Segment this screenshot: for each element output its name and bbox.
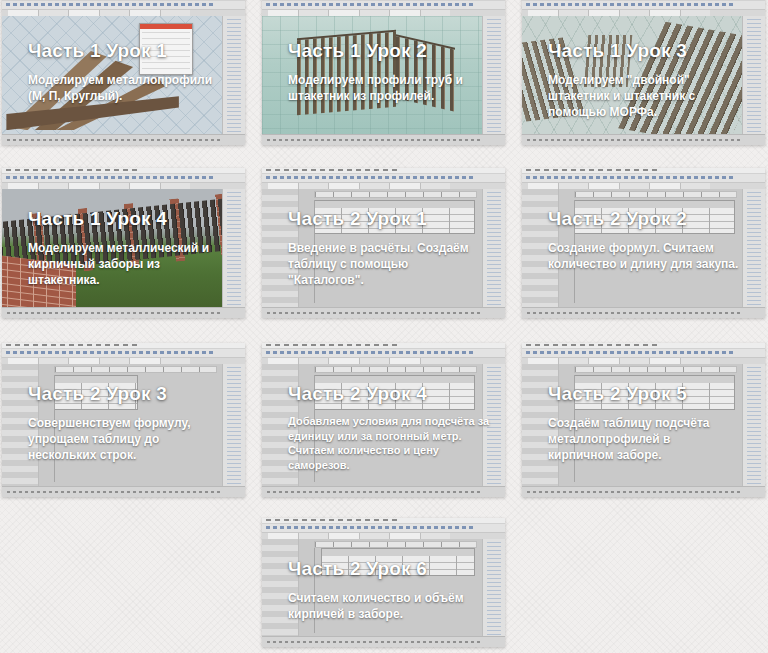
cad-toolbar <box>262 174 505 183</box>
page-margin-line <box>574 200 575 304</box>
cad-right-panel <box>482 539 505 637</box>
cad-left-panel <box>262 189 299 308</box>
ruler <box>574 366 737 373</box>
cad-status-bar <box>522 134 765 145</box>
cad-status-bar <box>262 636 505 647</box>
cad-toolbar <box>522 1 765 10</box>
cad-canvas <box>39 364 222 487</box>
schedule-table <box>574 375 735 410</box>
cad-canvas <box>262 16 482 135</box>
lessons-grid: Часть 1 Урок 1 Моделируем металлопрофили… <box>0 0 768 653</box>
cad-right-panel <box>222 189 245 308</box>
cad-left-panel <box>2 364 39 487</box>
cad-status-bar <box>522 486 765 497</box>
cad-canvas <box>559 364 742 487</box>
ruler <box>574 191 737 198</box>
lesson-thumbnail <box>262 343 505 497</box>
lesson-card-1-2[interactable]: Часть 1 Урок 2 Моделируем профили труб и… <box>262 0 505 145</box>
lesson-thumbnail <box>522 0 765 145</box>
cad-toolbar <box>262 1 505 10</box>
cad-canvas <box>299 364 482 487</box>
lesson-card-2-3[interactable]: Часть 2 Урок 3 Совершенствуем формулу, у… <box>2 343 245 497</box>
cad-left-panel <box>262 364 299 487</box>
cad-status-bar <box>262 307 505 318</box>
cad-toolbar <box>522 174 765 183</box>
cad-toolbar <box>2 349 245 358</box>
lesson-card-2-6[interactable]: Часть 2 Урок 6 Считаем количество и объё… <box>262 518 505 647</box>
page-margin-line <box>314 548 315 633</box>
lesson-thumbnail <box>262 0 505 145</box>
lesson-card-2-5[interactable]: Часть 2 Урок 5 Создаём таблицу подсчёта … <box>522 343 765 497</box>
dialog-body <box>142 32 191 72</box>
morph-fence-model <box>522 37 586 121</box>
cad-canvas <box>299 539 482 637</box>
ruler <box>314 366 477 373</box>
dialog-titlebar <box>140 24 193 29</box>
ruler <box>314 191 477 198</box>
lesson-card-1-1[interactable]: Часть 1 Урок 1 Моделируем металлопрофили… <box>2 0 245 145</box>
cad-toolbar <box>262 524 505 533</box>
lesson-thumbnail <box>2 343 245 497</box>
lesson-thumbnail <box>2 168 245 318</box>
cad-toolbar <box>262 349 505 358</box>
cad-left-panel <box>262 539 299 637</box>
cad-right-panel <box>482 364 505 487</box>
cad-status-bar <box>2 134 245 145</box>
cad-canvas <box>522 16 742 135</box>
cad-canvas <box>2 16 222 135</box>
picket-fence-model <box>396 34 455 112</box>
cad-toolbar <box>2 1 245 10</box>
page-margin-line <box>314 200 315 304</box>
schedule-table <box>314 200 475 234</box>
cad-canvas <box>2 189 222 308</box>
schedule-table <box>321 548 475 576</box>
cad-left-panel <box>522 364 559 487</box>
page-margin-line <box>314 375 315 482</box>
schedule-table <box>574 200 735 234</box>
cad-status-bar <box>262 134 505 145</box>
lesson-card-2-4[interactable]: Часть 2 Урок 4 Добавляем условия для под… <box>262 343 505 497</box>
morph-fence-model <box>584 35 633 87</box>
cad-right-panel <box>482 189 505 308</box>
cad-right-panel <box>742 16 765 135</box>
picket-fence-model <box>297 30 396 116</box>
lesson-card-1-3[interactable]: Часть 1 Урок 3 Моделируем "двойной" штак… <box>522 0 765 145</box>
cad-status-bar <box>2 307 245 318</box>
lesson-thumbnail <box>262 518 505 647</box>
brick-wall-foreground <box>2 255 77 308</box>
cad-status-bar <box>522 307 765 318</box>
cad-left-panel <box>522 189 559 308</box>
cad-right-panel <box>742 364 765 487</box>
ruler <box>54 366 217 373</box>
schedule-table <box>314 375 475 410</box>
lesson-thumbnail <box>2 0 245 145</box>
lesson-card-2-2[interactable]: Часть 2 Урок 2 Создание формул. Считаем … <box>522 168 765 318</box>
cad-canvas <box>299 189 482 308</box>
morph-fence-model <box>618 22 742 135</box>
lesson-card-1-4[interactable]: Часть 1 Урок 4 Моделируем металлический … <box>2 168 245 318</box>
cad-right-panel <box>222 16 245 135</box>
lesson-thumbnail <box>522 168 765 318</box>
lesson-card-2-1[interactable]: Часть 2 Урок 1 Введение в расчёты. Созда… <box>262 168 505 318</box>
page-margin-line <box>574 375 575 482</box>
cad-right-panel <box>742 189 765 308</box>
cad-status-bar <box>262 486 505 497</box>
schedule-table <box>54 375 138 410</box>
page-margin-line <box>54 375 55 482</box>
cad-right-panel <box>482 16 505 135</box>
cad-toolbar <box>2 174 245 183</box>
cad-toolbar <box>522 349 765 358</box>
settings-dialog <box>139 23 194 75</box>
cad-status-bar <box>2 486 245 497</box>
lesson-thumbnail <box>522 343 765 497</box>
cad-right-panel <box>222 364 245 487</box>
cad-canvas <box>559 189 742 308</box>
lesson-thumbnail <box>262 168 505 318</box>
